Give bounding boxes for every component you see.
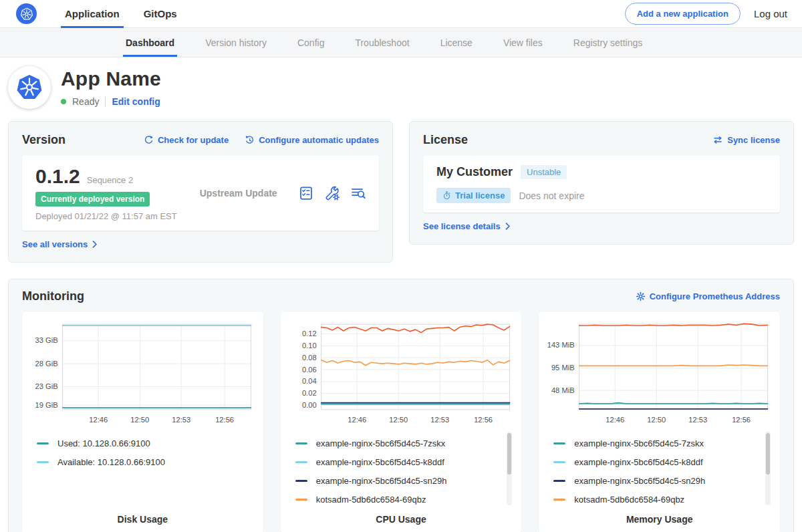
svg-text:12:56: 12:56 (215, 416, 234, 424)
add-application-button[interactable]: Add a new application (625, 3, 741, 25)
customer-name: My Customer (436, 165, 513, 179)
app-icon (8, 66, 51, 109)
legend-item: example-nginx-5bc6f5d4c5-k8ddf (295, 452, 501, 471)
legend-label: Available: 10.128.0.66:9100 (57, 457, 165, 467)
app-header: App Name Ready Edit config (0, 57, 802, 114)
monitoring-card: Monitoring Configure Prom (8, 279, 794, 532)
svg-text:12:53: 12:53 (689, 416, 708, 424)
stopwatch-icon (442, 191, 451, 200)
current-version-panel: 0.1.2 Sequence 2 Currently deployed vers… (22, 156, 379, 231)
check-for-update-link[interactable]: Check for update (144, 135, 229, 145)
svg-text:95 MiB: 95 MiB (551, 364, 575, 372)
legend-item: kotsadm-5db6dc6584-69qbz (553, 490, 759, 509)
svg-text:23 GiB: 23 GiB (35, 382, 58, 390)
tab-view-files[interactable]: View files (503, 28, 543, 57)
chart-title: Memory Usage (545, 514, 773, 525)
legend-item: Available: 10.128.0.66:9100 (37, 452, 242, 471)
chevron-right-icon (505, 223, 511, 230)
configure-prometheus-link[interactable]: Configure Prometheus Address (636, 291, 780, 301)
version-card: Version Check for update (8, 121, 393, 263)
svg-text:0.00: 0.00 (302, 401, 317, 409)
legend-color-dash (553, 499, 565, 501)
legend-scrollbar[interactable] (507, 432, 512, 505)
svg-text:48 MiB: 48 MiB (551, 386, 575, 394)
legend-item: example-nginx-5bc6f5d4c5-7zskx (295, 434, 501, 452)
legend-color-dash (37, 442, 49, 444)
legend-label: example-nginx-5bc6f5d4c5-7zskx (316, 438, 446, 448)
svg-text:12:56: 12:56 (474, 416, 493, 424)
legend-color-dash (295, 442, 307, 444)
legend-color-dash (553, 442, 565, 444)
svg-text:12:46: 12:46 (348, 416, 366, 424)
tab-application[interactable]: Application (65, 0, 120, 28)
sync-arrows-icon (712, 135, 723, 145)
tab-license[interactable]: License (440, 28, 473, 57)
memory-usage-panel: 143 MiB95 MiB48 MiB12:4612:5012:5312:56 … (539, 312, 780, 532)
license-type-badge: Trial license (436, 188, 511, 203)
see-all-versions-link[interactable]: See all versions (22, 239, 98, 249)
svg-text:12:46: 12:46 (89, 416, 108, 424)
cpu-usage-chart: 0.120.100.080.060.040.020.0012:4612:5012… (287, 319, 515, 428)
app-sub-nav: Dashboard Version history Config Trouble… (0, 28, 802, 57)
edit-config-icon[interactable] (325, 186, 340, 201)
legend-item: example-nginx-5bc6f5d4c5-k8ddf (553, 452, 759, 471)
svg-text:143 MiB: 143 MiB (547, 341, 575, 349)
configure-automatic-updates-link[interactable]: Configure automatic updates (245, 135, 379, 145)
svg-text:0.06: 0.06 (302, 366, 317, 374)
svg-text:12:53: 12:53 (172, 416, 190, 424)
legend-label: example-nginx-5bc6f5d4c5-7zskx (574, 438, 704, 448)
version-sequence: Sequence 2 (87, 175, 133, 185)
tab-registry-settings[interactable]: Registry settings (573, 28, 642, 57)
version-info: 0.1.2 Sequence 2 Currently deployed vers… (35, 165, 177, 221)
legend-scrollbar[interactable] (765, 432, 771, 505)
license-card: License Sync license My C (409, 121, 794, 245)
legend-item: kotsadm-5db6dc6584-69qbz (295, 490, 501, 509)
memory-usage-chart: 143 MiB95 MiB48 MiB12:4612:5012:5312:56 (545, 319, 773, 428)
svg-text:0.04: 0.04 (302, 377, 317, 385)
license-panel: My Customer Unstable Trial license Does … (423, 156, 780, 213)
tab-gitops[interactable]: GitOps (144, 0, 177, 28)
svg-text:12:50: 12:50 (389, 416, 408, 424)
legend-label: example-nginx-5bc6f5d4c5-k8ddf (574, 457, 702, 467)
svg-text:0.10: 0.10 (302, 342, 317, 350)
top-nav: Application GitOps Add a new application… (0, 0, 802, 28)
legend-label: kotsadm-5db6dc6584-69qbz (574, 495, 684, 505)
tab-troubleshoot[interactable]: Troubleshoot (355, 28, 409, 57)
scheduled-update-icon (245, 135, 255, 145)
see-license-details-link[interactable]: See license details (423, 221, 511, 231)
svg-text:12:53: 12:53 (430, 416, 449, 424)
edit-config-link[interactable]: Edit config (112, 96, 160, 107)
svg-text:12:50: 12:50 (130, 416, 149, 424)
legend-color-dash (295, 499, 307, 501)
legend-label: Used: 10.128.0.66:9100 (57, 438, 150, 448)
deployed-version-badge: Currently deployed version (35, 192, 150, 207)
legend-label: example-nginx-5bc6f5d4c5-k8ddf (316, 457, 444, 467)
version-card-title: Version (22, 133, 65, 147)
license-expiration: Does not expire (519, 190, 584, 201)
kubernetes-app-icon (14, 72, 45, 103)
chart-title: CPU Usage (287, 514, 515, 525)
svg-text:33 GiB: 33 GiB (35, 336, 58, 344)
legend-color-dash (295, 480, 307, 482)
refresh-icon (144, 135, 154, 145)
view-logs-icon[interactable] (351, 186, 366, 201)
legend-label: kotsadm-5db6dc6584-69qbz (316, 495, 426, 505)
legend-scrollbar-thumb[interactable] (766, 433, 770, 475)
preflight-checks-icon[interactable] (299, 186, 313, 201)
legend-color-dash (37, 461, 49, 463)
legend-label: example-nginx-5bc6f5d4c5-sn29h (574, 476, 705, 486)
sync-license-link[interactable]: Sync license (712, 135, 780, 145)
cpu-usage-panel: 0.120.100.080.060.040.020.0012:4612:5012… (281, 312, 522, 532)
logout-link[interactable]: Log out (754, 8, 787, 19)
tab-dashboard[interactable]: Dashboard (126, 28, 174, 57)
legend-color-dash (553, 480, 565, 482)
page-title: App Name (61, 68, 161, 90)
legend-item: Used: 10.128.0.66:9100 (37, 434, 242, 452)
license-card-title: License (423, 133, 468, 147)
version-number: 0.1.2 (35, 165, 80, 188)
svg-text:12:50: 12:50 (648, 416, 666, 424)
legend-item: example-nginx-5bc6f5d4c5-sn29h (553, 471, 759, 490)
tab-config[interactable]: Config (297, 28, 324, 57)
legend-scrollbar-thumb[interactable] (507, 433, 511, 475)
tab-version-history[interactable]: Version history (205, 28, 267, 57)
